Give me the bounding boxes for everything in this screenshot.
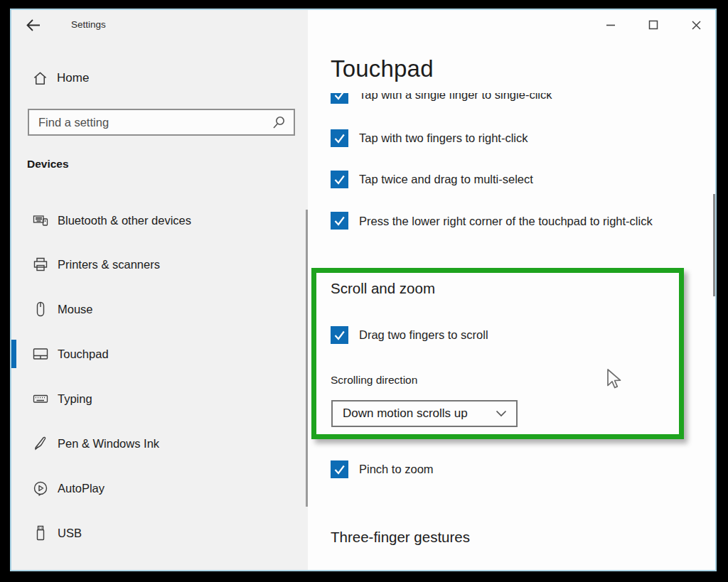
home-icon bbox=[32, 70, 48, 87]
sidebar-item-mouse[interactable]: Mouse bbox=[32, 295, 93, 323]
page-title: Touchpad bbox=[331, 55, 434, 82]
checkbox-row-tap-twice-drag[interactable]: Tap twice and drag to multi-select bbox=[331, 171, 533, 188]
checkbox-label: Tap twice and drag to multi-select bbox=[359, 173, 533, 186]
sidebar-item-printers[interactable]: Printers & scanners bbox=[32, 250, 160, 279]
back-arrow-icon bbox=[24, 16, 42, 34]
checkbox-checked[interactable] bbox=[331, 326, 348, 344]
section-title-scroll-zoom: Scroll and zoom bbox=[331, 280, 435, 297]
content-scrollbar[interactable] bbox=[713, 194, 715, 296]
checkmark-icon bbox=[333, 93, 346, 102]
sidebar-item-home[interactable]: Home bbox=[32, 64, 89, 92]
selected-item-accent-bar bbox=[11, 340, 16, 368]
checkbox-label: Drag two fingers to scroll bbox=[359, 328, 488, 342]
maximize-icon bbox=[648, 20, 658, 30]
sidebar-item-label: AutoPlay bbox=[58, 482, 105, 495]
checkmark-icon bbox=[333, 214, 346, 227]
checkbox-row-pinch-to-zoom[interactable]: Pinch to zoom bbox=[331, 460, 434, 478]
sidebar-item-touchpad[interactable]: Touchpad bbox=[32, 340, 109, 368]
search-input[interactable] bbox=[29, 116, 272, 129]
sidebar-item-label: Touchpad bbox=[58, 347, 109, 361]
sidebar-item-bluetooth[interactable]: Bluetooth & other devices bbox=[32, 206, 191, 235]
maximize-button[interactable] bbox=[644, 16, 663, 33]
checkbox-label: Tap with two fingers to right-click bbox=[359, 131, 528, 145]
checkmark-icon bbox=[333, 131, 346, 145]
search-box bbox=[28, 109, 295, 136]
dropdown-selected-value: Down motion scrolls up bbox=[343, 406, 468, 421]
keyboard-icon bbox=[32, 390, 49, 407]
mouse-cursor-icon bbox=[606, 368, 624, 391]
sidebar-item-label: Pen & Windows Ink bbox=[58, 437, 159, 451]
checkbox-row-press-lower-right[interactable]: Press the lower right corner of the touc… bbox=[331, 212, 692, 231]
pen-icon bbox=[32, 435, 49, 452]
sidebar-item-typing[interactable]: Typing bbox=[32, 384, 92, 413]
checkbox-checked[interactable] bbox=[331, 460, 348, 478]
scrolling-direction-label: Scrolling direction bbox=[331, 374, 417, 387]
sidebar-item-label: Printers & scanners bbox=[58, 258, 160, 271]
clipped-row-container: Tap with a single finger to single-click bbox=[331, 93, 686, 107]
checkmark-icon bbox=[333, 328, 346, 342]
sidebar-item-label: USB bbox=[58, 527, 82, 540]
checkmark-icon bbox=[333, 173, 346, 186]
checkbox-row-tap-single-finger[interactable]: Tap with a single finger to single-click bbox=[331, 93, 686, 104]
close-button[interactable] bbox=[687, 16, 705, 33]
checkbox-label: Press the lower right corner of the touc… bbox=[359, 212, 692, 231]
checkbox-row-tap-two-fingers[interactable]: Tap with two fingers to right-click bbox=[331, 129, 528, 147]
sidebar-item-usb[interactable]: USB bbox=[32, 519, 82, 547]
scrolling-direction-dropdown[interactable]: Down motion scrolls up bbox=[331, 400, 518, 427]
sidebar-item-pen[interactable]: Pen & Windows Ink bbox=[32, 429, 159, 458]
checkmark-icon bbox=[333, 463, 346, 476]
checkbox-label: Pinch to zoom bbox=[359, 463, 434, 476]
checkbox-checked[interactable] bbox=[331, 171, 348, 188]
sidebar-scrollbar[interactable] bbox=[306, 210, 308, 507]
minimize-icon bbox=[606, 20, 616, 30]
sidebar-section-heading: Devices bbox=[27, 158, 69, 171]
checkbox-checked[interactable] bbox=[331, 129, 348, 147]
chevron-down-icon bbox=[496, 410, 507, 417]
checkbox-checked[interactable] bbox=[331, 212, 348, 230]
settings-window: Settings Home bbox=[10, 9, 717, 571]
keyboard-mouse-icon bbox=[32, 212, 49, 229]
sidebar-home-label: Home bbox=[57, 71, 89, 85]
printer-icon bbox=[32, 256, 49, 273]
mouse-icon bbox=[32, 301, 49, 318]
sidebar-item-autoplay[interactable]: AutoPlay bbox=[32, 474, 105, 502]
search-icon[interactable] bbox=[272, 115, 286, 129]
sidebar-item-label: Bluetooth & other devices bbox=[58, 214, 191, 227]
checkbox-checked[interactable] bbox=[331, 93, 348, 104]
touchpad-icon bbox=[32, 345, 49, 362]
checkbox-label: Tap with a single finger to single-click bbox=[359, 93, 552, 102]
sidebar-item-label: Typing bbox=[58, 392, 92, 406]
autoplay-icon bbox=[32, 480, 49, 497]
minimize-button[interactable] bbox=[601, 16, 620, 33]
sidebar-item-label: Mouse bbox=[58, 303, 93, 316]
section-title-three-finger: Three-finger gestures bbox=[331, 529, 470, 546]
usb-icon bbox=[32, 524, 49, 541]
close-icon bbox=[691, 20, 702, 31]
app-title: Settings bbox=[71, 19, 106, 30]
screenshot-frame: Settings Home bbox=[0, 0, 728, 582]
back-button[interactable] bbox=[23, 16, 43, 34]
checkbox-row-drag-two-fingers[interactable]: Drag two fingers to scroll bbox=[331, 326, 488, 344]
